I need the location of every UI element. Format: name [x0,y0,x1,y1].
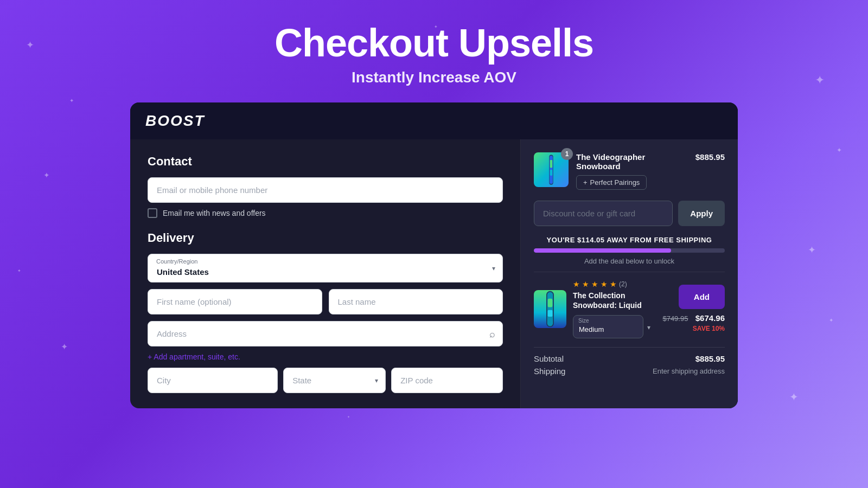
hero-section: Checkout Upsells Instantly Increase AOV [0,0,868,102]
top-bar: BOOST [130,102,738,139]
first-name-input[interactable] [148,289,322,314]
upsell-info: ★ ★ ★ ★ ★ (2) The Collection Snowboard: … [573,280,656,338]
upsell-price-new: $674.96 [695,313,725,323]
city-input[interactable] [148,368,278,393]
email-checkbox-label: Email me with news and offers [163,209,266,217]
upsell-add-button[interactable]: Add [679,285,725,309]
hero-title: Checkout Upsells [0,22,868,65]
upsell-product-image [534,290,566,328]
checkout-card: BOOST Contact Email me with news and off… [130,102,738,408]
upsell-snowboard-svg [534,290,566,328]
svg-rect-2 [550,160,552,168]
progress-bar-fill [534,248,671,253]
state-select[interactable]: State [283,368,386,393]
shipping-label: Shipping [534,367,565,376]
plus-icon: + [583,178,588,187]
add-apartment-link[interactable]: + Add apartment, suite, etc. [148,352,240,361]
email-input[interactable] [148,177,503,203]
star-1: ★ [573,280,580,288]
subtotal-row: Subtotal $885.95 [534,354,725,363]
brand-logo: BOOST [145,112,723,130]
star-2: ★ [582,280,589,288]
discount-input[interactable] [534,201,673,226]
last-name-input[interactable] [329,289,503,314]
left-panel: Contact Email me with news and offers De… [130,139,521,408]
email-checkbox-row: Email me with news and offers [148,208,503,218]
hero-subtitle: Instantly Increase AOV [0,69,868,86]
content-area: Contact Email me with news and offers De… [130,139,738,408]
subtotal-value: $885.95 [695,354,725,363]
upsell-right: Add $749.95 $674.96 SAVE 10% [662,285,725,333]
reviews-count: (2) [619,280,627,288]
star-half-icon: ★ [610,280,617,288]
search-icon: ⌕ [489,328,495,339]
snowboard-image-svg [541,154,561,185]
address-input[interactable] [148,321,503,346]
product-quantity-badge: 1 [561,148,573,160]
country-label: Country/Region [156,258,197,265]
divider [534,347,725,348]
subtotal-label: Subtotal [534,354,564,363]
perfect-pairings-label: Perfect Pairings [590,178,640,187]
shipping-banner: YOU'RE $114.05 AWAY FROM FREE SHIPPING A… [534,236,725,265]
size-label: Size [578,318,589,324]
upsell-row: ★ ★ ★ ★ ★ (2) The Collection Snowboard: … [534,272,725,338]
upsell-price-old: $749.95 [662,314,688,323]
address-wrapper: ⌕ [148,321,503,346]
zip-input[interactable] [391,368,503,393]
size-select-wrap: Size Medium ▾ [573,315,656,338]
shipping-value: Enter shipping address [653,367,725,375]
right-panel: 1 The Videographer Snowboard + Perfect P… [521,139,738,408]
product-price: $885.95 [695,152,725,162]
star-3: ★ [591,280,598,288]
size-chevron-icon: ▾ [647,324,650,331]
country-select[interactable]: United States [148,254,503,282]
star-4: ★ [601,280,608,288]
product-row: 1 The Videographer Snowboard + Perfect P… [534,152,725,190]
svg-rect-6 [548,299,553,307]
city-state-zip-row: State ▾ [148,368,503,393]
progress-bar-wrap [534,248,725,253]
delivery-title: Delivery [148,231,503,245]
email-checkbox[interactable] [148,208,157,218]
svg-rect-7 [548,310,553,317]
upsell-pricing: $749.95 $674.96 SAVE 10% [662,313,725,333]
stars-row: ★ ★ ★ ★ ★ (2) [573,280,656,288]
product-image-wrap: 1 [534,152,569,187]
upsell-product-name: The Collection Snowboard: Liquid [573,291,656,310]
shipping-summary-row: Shipping Enter shipping address [534,367,725,376]
svg-rect-5 [547,292,553,326]
name-row [148,289,503,314]
perfect-pairings-button[interactable]: + Perfect Pairings [576,175,647,190]
upsell-save-badge: SAVE 10% [693,325,725,332]
shipping-progress-text: YOU'RE $114.05 AWAY FROM FREE SHIPPING [534,236,725,244]
discount-row: Apply [534,201,725,226]
state-select-wrapper: State ▾ [283,368,386,393]
contact-title: Contact [148,155,503,169]
product-name: The Videographer Snowboard [576,152,688,171]
product-info: The Videographer Snowboard + Perfect Pai… [576,152,688,190]
svg-rect-3 [550,170,552,176]
country-select-wrapper: Country/Region United States ▾ [148,254,503,282]
add-deal-text: Add the deal below to unlock [534,257,725,265]
apply-button[interactable]: Apply [678,201,725,226]
